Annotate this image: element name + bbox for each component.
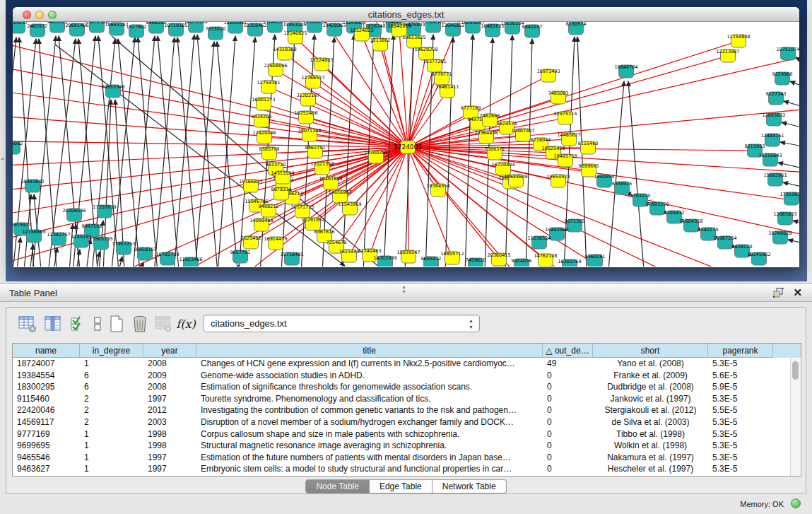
citation-edge-black[interactable] (158, 36, 179, 267)
memory-status-led[interactable] (791, 498, 801, 508)
graph-node[interactable]: 9560281 (585, 254, 606, 267)
citation-edge-black[interactable] (154, 37, 175, 267)
graph-node[interactable]: 7625402 (241, 235, 261, 249)
citation-edge-black[interactable] (790, 81, 799, 93)
graph-node[interactable]: 9435721 (47, 22, 68, 33)
graph-node[interactable]: 16805712 (440, 251, 464, 264)
graph-node[interactable]: 14318388 (273, 47, 296, 60)
row-mode-icon[interactable] (88, 313, 107, 334)
graph-node[interactable]: 15692951 (763, 173, 787, 186)
citation-edge-black[interactable] (174, 35, 194, 267)
graph-node[interactable]: 19654923 (546, 174, 570, 187)
graph-node[interactable]: 23364436 (474, 130, 498, 144)
close-panel-icon[interactable]: ✕ (793, 286, 802, 299)
graph-node[interactable]: 12975115 (553, 111, 577, 124)
graph-node[interactable]: 20206536 (62, 208, 86, 221)
graph-node[interactable]: 15377281 (423, 59, 446, 72)
column-checklist-icon[interactable] (68, 313, 88, 334)
graph-node[interactable]: 12342757 (47, 232, 70, 245)
graph-node[interactable]: 7386372 (485, 146, 505, 160)
citation-edge-red[interactable] (408, 147, 452, 258)
graph-node[interactable]: 18245902 (747, 252, 770, 265)
graph-node[interactable]: 18039547 (396, 250, 420, 263)
graph-node[interactable]: 12754381 (257, 80, 280, 93)
graph-node[interactable]: 19166827 (239, 179, 262, 192)
citation-edge-red[interactable] (408, 50, 799, 147)
tab-network-table[interactable]: Network Table (433, 479, 507, 493)
column-header-pagerank[interactable]: pagerank (708, 344, 773, 358)
table-row[interactable]: 977716911998Corpus callosum shape and si… (13, 428, 801, 440)
graph-node[interactable]: 17224083 (310, 57, 333, 71)
graph-node[interactable]: 12093832 (762, 112, 785, 126)
graph-node[interactable]: 12156869 (22, 229, 45, 243)
graph-node[interactable]: 9840257 (522, 24, 543, 37)
table-row[interactable]: 1938455462009Genome-wide association stu… (13, 370, 801, 382)
graph-node[interactable]: 9338925 (612, 181, 632, 194)
column-header-year[interactable]: year (143, 344, 196, 358)
citation-edge-black[interactable] (17, 238, 20, 267)
graph-node[interactable]: 1640954 (594, 174, 615, 187)
graph-node[interactable]: 16648784 (614, 64, 637, 78)
citation-edge-black[interactable] (784, 101, 799, 111)
graph-node[interactable]: 8585799 (259, 146, 280, 160)
table-mode-icon[interactable] (18, 313, 37, 334)
graph-node[interactable]: 15716485 (280, 252, 303, 265)
graph-node[interactable]: 9136082 (13, 141, 23, 154)
graph-node[interactable]: 9605432 (421, 256, 442, 267)
graph-node[interactable]: 7485063 (548, 90, 569, 104)
column-header-short[interactable]: short (593, 344, 708, 358)
graph-node[interactable]: 6466160 (146, 22, 167, 33)
graph-node[interactable]: 16461411 (435, 84, 459, 98)
table-row[interactable]: 911546021997Tourette syndrome. Phenomeno… (13, 393, 801, 405)
table-row[interactable]: 946362711997Embryonic stem cells: a mode… (13, 463, 801, 475)
graph-node[interactable]: 11036524 (527, 235, 551, 249)
graph-node[interactable]: 7615449 (339, 249, 360, 262)
citation-edge-black[interactable] (780, 142, 799, 149)
graph-node[interactable]: 16749028 (768, 230, 792, 244)
citation-edge-black[interactable] (217, 42, 237, 267)
citation-edge-black[interactable] (177, 37, 198, 267)
table-row[interactable]: 1456911722003Disruption of a novel membe… (13, 416, 801, 428)
network-view-window[interactable]: citations_edges.txt 90142572405572943572… (13, 7, 799, 267)
graph-node[interactable]: 3213802 (370, 37, 391, 51)
network-canvas[interactable]: 9014257240557294357212069140615872306106… (13, 22, 799, 267)
citation-edge-black[interactable] (796, 57, 799, 71)
citation-edge-black[interactable] (239, 37, 255, 267)
citation-edge-black[interactable] (782, 122, 799, 132)
column-header-out_degree[interactable]: △ out_de… (543, 344, 593, 358)
tab-node-table[interactable]: Node Table (305, 479, 370, 493)
graph-node[interactable]: 7459620 (466, 257, 486, 267)
column-header-title[interactable]: title (196, 344, 543, 358)
graph-node[interactable]: 1527602 (126, 24, 147, 37)
citation-edge-red[interactable] (13, 61, 408, 147)
graph-node[interactable]: 8130574 (566, 22, 587, 35)
graph-node[interactable]: 9924036 (512, 258, 532, 267)
graph-node[interactable]: 16914479 (264, 236, 287, 250)
graph-node[interactable]: 12213987 (716, 49, 739, 62)
graph-node[interactable]: 17957253 (112, 241, 135, 255)
panel-collapse-arrow[interactable]: ◂ (1, 156, 4, 162)
graph-node[interactable]: 7515520 (206, 26, 226, 40)
graph-node[interactable]: 9779771 (432, 71, 452, 85)
graph-node[interactable]: 1145193 (71, 234, 92, 247)
graph-node[interactable]: 12065833 (773, 211, 796, 225)
graph-node[interactable]: 2405572 (28, 23, 48, 37)
delete-table-icon[interactable] (153, 313, 173, 334)
new-column-icon[interactable] (107, 313, 126, 334)
graph-node[interactable]: 11543969 (338, 201, 361, 215)
graph-node[interactable]: 9014257 (13, 22, 28, 33)
graph-node[interactable]: 17359939 (93, 204, 116, 218)
column-header-in_degree[interactable]: in_degree (80, 344, 143, 358)
citation-edge-black[interactable] (112, 36, 380, 267)
graph-node[interactable]: 9115460 (578, 141, 599, 154)
graph-node[interactable]: 16252486 (294, 110, 317, 124)
citation-edge-black[interactable] (119, 257, 122, 267)
table-row[interactable]: 1872400712008Changes of HCN gene express… (13, 358, 801, 370)
graph-node[interactable]: 10491603 (319, 176, 342, 189)
citation-edge-black[interactable] (526, 39, 532, 267)
graph-node[interactable]: 9329966 (772, 71, 793, 85)
function-builder-icon[interactable]: f(x) (176, 313, 196, 334)
network-window-titlebar[interactable]: citations_edges.txt (13, 7, 799, 22)
citation-edge-black[interactable] (218, 36, 235, 267)
citation-network-graph[interactable]: 9014257240557294357212069140615872306106… (13, 22, 799, 267)
